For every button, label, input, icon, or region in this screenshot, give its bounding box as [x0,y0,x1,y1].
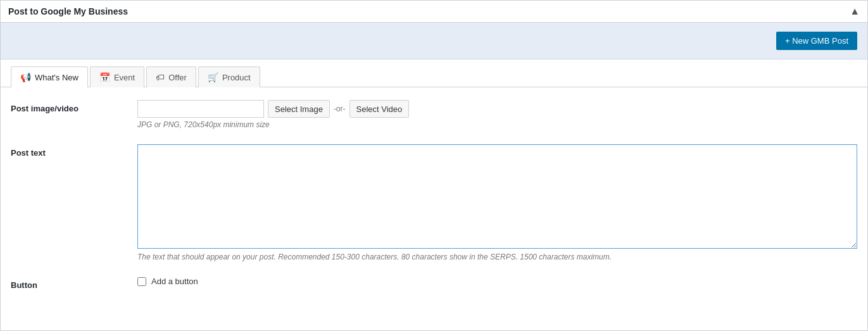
tab-offer[interactable]: 🏷 Offer [146,66,196,87]
top-bar: + New GMB Post [1,23,867,59]
new-gmb-post-button[interactable]: + New GMB Post [776,32,857,50]
panel-toggle-button[interactable]: ▲ [850,6,860,17]
event-icon: 📅 [99,72,110,82]
image-url-input[interactable] [137,100,264,118]
button-row: Button Add a button [11,277,857,290]
post-text-label: Post text [11,144,137,158]
image-controls: Select Image -or- Select Video [137,100,857,118]
post-text-textarea[interactable] [137,144,857,249]
tab-event-label: Event [114,73,135,82]
post-text-control: The text that should appear on your post… [137,144,857,261]
button-control: Add a button [137,277,857,286]
whats-new-icon: 📢 [20,72,31,82]
product-icon: 🛒 [208,72,218,82]
tab-whats-new-label: What's New [35,73,79,82]
panel-header: Post to Google My Business ▲ [1,1,867,23]
panel-title: Post to Google My Business [8,6,128,16]
gmb-panel: Post to Google My Business ▲ + New GMB P… [0,0,868,331]
image-video-control: Select Image -or- Select Video JPG or PN… [137,100,857,129]
post-text-hint: The text that should appear on your post… [137,253,857,261]
image-hint: JPG or PNG, 720x540px minimum size [137,120,857,129]
image-video-row: Post image/video Select Image -or- Selec… [11,100,857,129]
form-area: Post image/video Select Image -or- Selec… [1,87,867,318]
tab-event[interactable]: 📅 Event [90,66,144,87]
add-button-checkbox-row: Add a button [137,277,857,286]
tab-product[interactable]: 🛒 Product [198,66,260,87]
offer-icon: 🏷 [156,72,165,82]
image-video-label: Post image/video [11,100,137,113]
tabs-row: 📢 What's New 📅 Event 🏷 Offer 🛒 Product [1,59,867,87]
post-text-row: Post text The text that should appear on… [11,144,857,261]
select-video-button[interactable]: Select Video [349,100,410,118]
tab-whats-new[interactable]: 📢 What's New [11,66,88,87]
add-button-checkbox[interactable] [137,277,146,286]
or-separator: -or- [334,104,346,113]
add-button-checkbox-label[interactable]: Add a button [151,277,198,286]
button-label: Button [11,277,137,290]
select-image-button[interactable]: Select Image [268,100,330,118]
tab-offer-label: Offer [168,73,187,82]
tab-product-label: Product [222,73,251,82]
